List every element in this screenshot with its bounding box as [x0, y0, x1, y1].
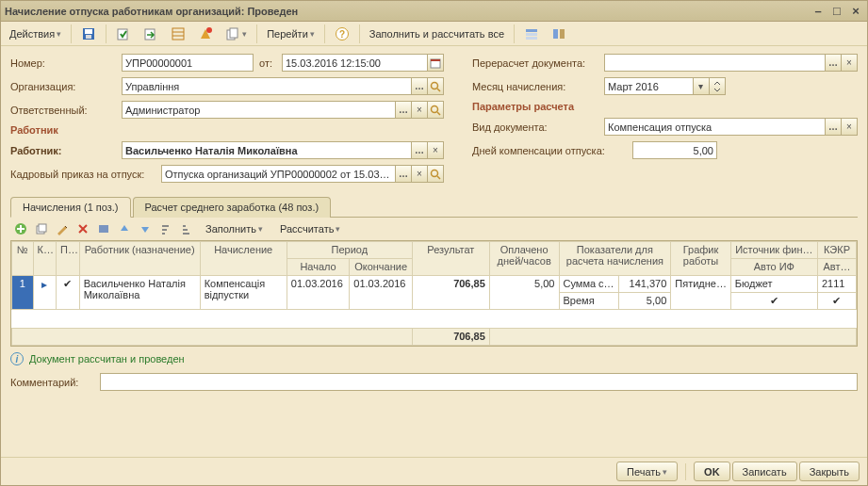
col-autoif[interactable]: Авто ИФ: [730, 259, 817, 276]
settings-icon[interactable]: [95, 220, 112, 237]
recalc-select-button[interactable]: …: [826, 54, 842, 72]
window-title: Начисление отпуска работникам организаци…: [5, 6, 298, 17]
structure-icon[interactable]: [166, 24, 190, 43]
clear-icon[interactable]: [193, 24, 218, 43]
post-icon[interactable]: [111, 24, 136, 43]
month-spinner-button[interactable]: [710, 77, 726, 95]
move-up-icon[interactable]: [116, 220, 133, 237]
svg-rect-11: [526, 29, 537, 32]
col-avt[interactable]: Авт…: [817, 259, 856, 276]
org-field[interactable]: Управління: [122, 77, 412, 95]
col-start[interactable]: Начало: [287, 259, 350, 276]
org-open-button[interactable]: [428, 77, 444, 95]
recalc-clear-button[interactable]: ×: [842, 54, 858, 72]
col-worker[interactable]: Работник (назначение): [79, 242, 200, 276]
month-field[interactable]: Март 2016: [604, 77, 694, 95]
order-field[interactable]: Отпуска организаций УПР00000002 от 15.03…: [161, 165, 396, 183]
col-paid[interactable]: Оплачено дней/часов: [489, 242, 559, 276]
resp-open-button[interactable]: [428, 101, 444, 119]
doctype-select-button[interactable]: …: [826, 118, 842, 136]
col-period[interactable]: Период: [287, 242, 412, 259]
edit-row-icon[interactable]: [54, 220, 71, 237]
close-footer-button[interactable]: Закрыть: [799, 462, 860, 481]
cell-ind-name2: Время: [559, 293, 618, 310]
resp-select-button[interactable]: …: [396, 101, 412, 119]
empty-row: [12, 310, 857, 329]
svg-line-23: [437, 176, 440, 179]
col-kekr[interactable]: КЭКР: [817, 242, 856, 259]
fill-all-button[interactable]: Заполнить и рассчитать все: [365, 24, 509, 43]
col-indicators[interactable]: Показатели для расчета начисления: [559, 242, 671, 276]
col-fin[interactable]: Источник фин…: [730, 242, 817, 259]
number-field[interactable]: УПР00000001: [122, 54, 254, 72]
date-field[interactable]: 15.03.2016 12:15:00: [282, 54, 428, 72]
month-label: Месяц начисления:: [472, 81, 595, 92]
emp-clear-button[interactable]: ×: [428, 141, 444, 159]
emp-field[interactable]: Васильченко Наталія Миколаївна: [122, 141, 412, 159]
number-label: Номер:: [10, 57, 116, 69]
col-k[interactable]: К…: [33, 242, 57, 276]
cell-worker: Васильченко Наталія Миколаївна: [79, 276, 200, 310]
grid-fill-button[interactable]: Заполнить▾: [199, 220, 270, 237]
col-schedule[interactable]: График работы: [671, 242, 730, 276]
sort-asc-icon[interactable]: [157, 220, 174, 237]
sort-desc-icon[interactable]: [178, 220, 195, 237]
resp-clear-button[interactable]: ×: [412, 101, 428, 119]
svg-rect-14: [553, 29, 558, 39]
tabs: Начисления (1 поз.) Расчет среднего зара…: [10, 196, 858, 218]
cell-ind-val1: 141,370: [618, 276, 670, 293]
month-dropdown-button[interactable]: ▾: [694, 77, 710, 95]
content-area: Номер: УПР00000001 от: 15.03.2016 12:15:…: [1, 46, 867, 457]
col-p[interactable]: П… а…: [57, 242, 80, 276]
repost-icon[interactable]: [139, 24, 163, 43]
movements-icon[interactable]: ▾: [221, 24, 252, 43]
cell-kekr: 2111: [817, 276, 856, 293]
recalc-label: Перерасчет документа:: [472, 57, 595, 69]
col-end[interactable]: Окончание: [350, 259, 413, 276]
order-clear-button[interactable]: ×: [412, 165, 428, 183]
resp-field[interactable]: Администратор: [122, 101, 396, 119]
print-button[interactable]: Печать▾: [616, 462, 678, 481]
doctype-field[interactable]: Компенсация отпуска: [604, 118, 826, 136]
order-label: Кадровый приказ на отпуск:: [10, 169, 152, 180]
maximize-button[interactable]: □: [829, 5, 844, 18]
table-row[interactable]: 1 ▸ ✔ Васильченко Наталія Миколаївна Ком…: [12, 276, 857, 293]
minimize-button[interactable]: –: [811, 5, 826, 18]
tab-accruals[interactable]: Начисления (1 поз.): [10, 197, 131, 218]
order-open-button[interactable]: [428, 165, 444, 183]
emp-select-button[interactable]: …: [412, 141, 428, 159]
org-label: Организация:: [10, 81, 116, 92]
col-no[interactable]: №: [12, 242, 34, 276]
order-select-button[interactable]: …: [396, 165, 412, 183]
resp-label: Ответственный:: [10, 105, 116, 116]
grid[interactable]: № К… П… а… Работник (назначение) Начисле…: [10, 240, 858, 347]
mode-icon-2[interactable]: [547, 24, 571, 43]
actions-menu[interactable]: Действия▾: [5, 24, 66, 43]
move-down-icon[interactable]: [137, 220, 154, 237]
titlebar: Начисление отпуска работникам организаци…: [1, 1, 867, 22]
close-button[interactable]: ×: [848, 5, 863, 18]
save-button[interactable]: Записать: [732, 462, 797, 481]
col-accrual[interactable]: Начисление: [200, 242, 287, 276]
goto-menu[interactable]: Перейти▾: [262, 24, 319, 43]
recalc-field[interactable]: [604, 54, 826, 72]
delete-row-icon[interactable]: [74, 220, 91, 237]
svg-rect-26: [39, 224, 46, 232]
ok-button[interactable]: OK: [694, 462, 730, 481]
main-toolbar: Действия▾ ▾ Перейти▾ ?: [1, 22, 867, 46]
comment-field[interactable]: [100, 373, 858, 391]
tab-average[interactable]: Расчет среднего заработка (48 поз.): [133, 197, 332, 218]
mode-icon-1[interactable]: [519, 24, 544, 43]
doctype-clear-button[interactable]: ×: [842, 118, 858, 136]
total-result: 706,85: [412, 329, 489, 346]
copy-row-icon[interactable]: [33, 220, 50, 237]
col-result[interactable]: Результат: [412, 242, 489, 276]
add-row-icon[interactable]: [12, 220, 29, 237]
days-field[interactable]: 5,00: [632, 141, 717, 159]
date-picker-button[interactable]: [428, 54, 444, 72]
help-icon[interactable]: ?: [330, 24, 354, 43]
cell-paid: 5,00: [489, 276, 559, 310]
org-select-button[interactable]: …: [412, 77, 428, 95]
grid-calc-button[interactable]: Рассчитать▾: [273, 220, 347, 237]
save-icon[interactable]: [76, 24, 101, 43]
